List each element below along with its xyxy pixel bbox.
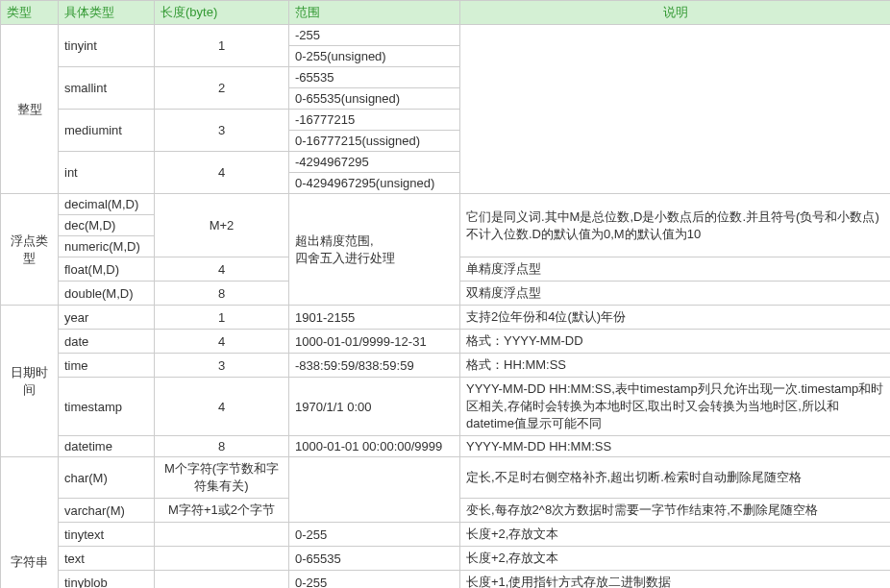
cell-tinyblob: tinyblob <box>59 571 155 589</box>
cell-desc: YYYY-MM-DD HH:MM:SS <box>460 436 891 457</box>
cell-timestamp: timestamp <box>59 378 155 436</box>
cell-smallint: smallint <box>59 67 155 110</box>
cell-range: 超出精度范围, 四舍五入进行处理 <box>289 194 460 306</box>
cell-desc: 长度+2,存放文本 <box>460 547 891 571</box>
cell-desc: 定长,不足时右侧空格补齐,超出切断.检索时自动删除尾随空格 <box>460 457 891 499</box>
cell-datetime: datetime <box>59 436 155 457</box>
table-row: datetime 8 1000-01-01 00:00:00/9999 YYYY… <box>1 436 891 457</box>
cell-range: 0-65535(unsigned) <box>289 88 460 110</box>
group-integer: 整型 <box>1 25 59 194</box>
header-length: 长度(byte) <box>155 1 289 25</box>
cell-desc: 它们是同义词.其中M是总位数,D是小数点后的位数.并且符号(负号和小数点)不计入… <box>460 194 891 257</box>
header-type: 类型 <box>1 1 59 25</box>
cell-len-empty <box>155 571 289 589</box>
cell-range: -65535 <box>289 67 460 88</box>
group-datetime: 日期时间 <box>1 306 59 457</box>
data-types-table: 类型 具体类型 长度(byte) 范围 说明 整型 tinyint 1 -255… <box>0 0 890 588</box>
cell-len: 2 <box>155 67 289 110</box>
cell-range: -4294967295 <box>289 152 460 173</box>
cell-date: date <box>59 330 155 354</box>
cell-len: 4 <box>155 330 289 354</box>
header-row: 类型 具体类型 长度(byte) 范围 说明 <box>1 1 891 25</box>
cell-range: 1970/1/1 0:00 <box>289 378 460 436</box>
header-desc: 说明 <box>460 1 891 25</box>
cell-range: 0-4294967295(unsigned) <box>289 173 460 194</box>
table-row: date 4 1000-01-01/9999-12-31 格式：YYYY-MM-… <box>1 330 891 354</box>
cell-year: year <box>59 306 155 330</box>
cell-range: -255 <box>289 25 460 46</box>
cell-range: 1000-01-01 00:00:00/9999 <box>289 436 460 457</box>
cell-tinytext: tinytext <box>59 523 155 547</box>
cell-desc: 长度+1,使用指针方式存放二进制数据 <box>460 571 891 589</box>
cell-len: 4 <box>155 152 289 194</box>
cell-range: -838:59:59/838:59:59 <box>289 354 460 378</box>
cell-dec: dec(M,D) <box>59 215 155 236</box>
cell-range: 0-255(unsigned) <box>289 46 460 67</box>
cell-len: 4 <box>155 378 289 436</box>
cell-float: float(M,D) <box>59 257 155 282</box>
cell-len: 8 <box>155 282 289 306</box>
cell-desc: 变长,每存放2^8次方数据时需要一字节作结束符,不删除尾随空格 <box>460 499 891 523</box>
table-row: 整型 tinyint 1 -255 <box>1 25 891 46</box>
table-row: tinyblob 0-255 长度+1,使用指针方式存放二进制数据 <box>1 571 891 589</box>
cell-range: 1000-01-01/9999-12-31 <box>289 330 460 354</box>
cell-varchar: varchar(M) <box>59 499 155 523</box>
table-row: timestamp 4 1970/1/1 0:00 YYYY-MM-DD HH:… <box>1 378 891 436</box>
cell-len: 1 <box>155 306 289 330</box>
cell-desc: 格式：HH:MM:SS <box>460 354 891 378</box>
table-row: 字符串 char(M) M个字符(字节数和字符集有关) 定长,不足时右侧空格补齐… <box>1 457 891 499</box>
cell-len-empty <box>155 523 289 547</box>
cell-len: M字符+1或2个字节 <box>155 499 289 523</box>
cell-range: 0-255 <box>289 523 460 547</box>
table-row: 浮点类型 decimal(M,D) M+2 超出精度范围, 四舍五入进行处理 它… <box>1 194 891 215</box>
cell-time: time <box>59 354 155 378</box>
cell-double: double(M,D) <box>59 282 155 306</box>
cell-desc: 单精度浮点型 <box>460 257 891 282</box>
cell-len: 1 <box>155 25 289 67</box>
cell-desc-empty <box>460 25 891 194</box>
cell-len: M+2 <box>155 194 289 257</box>
cell-len: 8 <box>155 436 289 457</box>
cell-range: 0-16777215(ussigned) <box>289 131 460 152</box>
cell-desc: YYYY-MM-DD HH:MM:SS,表中timestamp列只允许出现一次.… <box>460 378 891 436</box>
table-row: tinytext 0-255 长度+2,存放文本 <box>1 523 891 547</box>
cell-tinyint: tinyint <box>59 25 155 67</box>
cell-range: 1901-2155 <box>289 306 460 330</box>
cell-text: text <box>59 547 155 571</box>
cell-desc: 支持2位年份和4位(默认)年份 <box>460 306 891 330</box>
cell-char: char(M) <box>59 457 155 499</box>
cell-len: 3 <box>155 110 289 152</box>
table-row: text 0-65535 长度+2,存放文本 <box>1 547 891 571</box>
cell-len: 4 <box>155 257 289 282</box>
cell-range: -16777215 <box>289 110 460 131</box>
cell-range: 0-255 <box>289 571 460 589</box>
header-range: 范围 <box>289 1 460 25</box>
group-float: 浮点类型 <box>1 194 59 306</box>
cell-range-empty <box>289 457 460 523</box>
cell-desc: 长度+2,存放文本 <box>460 523 891 547</box>
cell-len: M个字符(字节数和字符集有关) <box>155 457 289 499</box>
cell-int: int <box>59 152 155 194</box>
header-subtype: 具体类型 <box>59 1 155 25</box>
table-row: time 3 -838:59:59/838:59:59 格式：HH:MM:SS <box>1 354 891 378</box>
cell-desc: 双精度浮点型 <box>460 282 891 306</box>
cell-len-empty <box>155 547 289 571</box>
group-string: 字符串 <box>1 457 59 589</box>
cell-mediumint: mediumint <box>59 110 155 152</box>
cell-len: 3 <box>155 354 289 378</box>
cell-desc: 格式：YYYY-MM-DD <box>460 330 891 354</box>
cell-numeric: numeric(M,D) <box>59 236 155 257</box>
cell-range: 0-65535 <box>289 547 460 571</box>
table-row: 日期时间 year 1 1901-2155 支持2位年份和4位(默认)年份 <box>1 306 891 330</box>
cell-decimal: decimal(M,D) <box>59 194 155 215</box>
